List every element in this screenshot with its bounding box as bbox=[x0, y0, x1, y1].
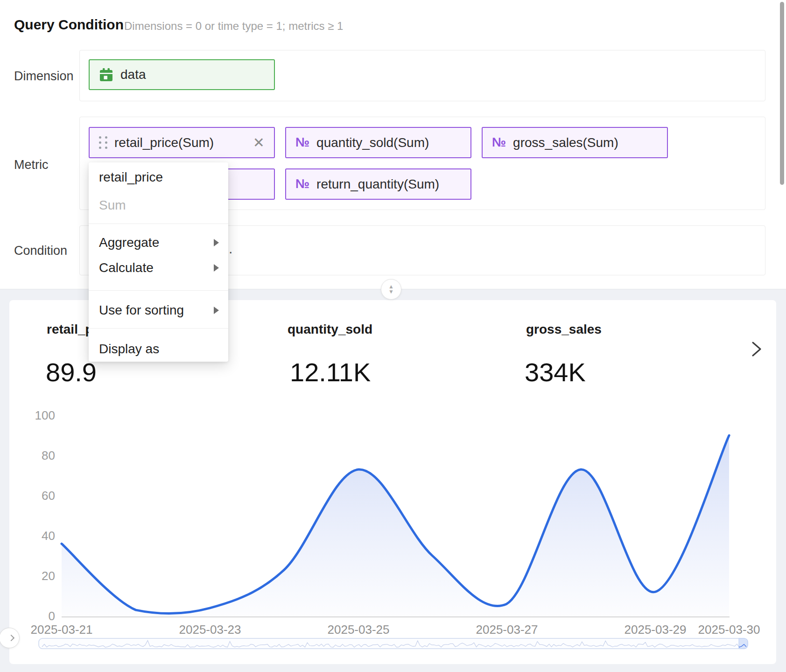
collapse-panel-handle[interactable] bbox=[0, 628, 20, 648]
y-axis-tick: 80 bbox=[17, 448, 55, 463]
metric-chip-label: retail_price(Sum) bbox=[114, 135, 214, 150]
dimension-chip-label: data bbox=[120, 67, 146, 82]
x-axis-tick: 2025-03-23 bbox=[179, 623, 241, 637]
panel-resize-handle[interactable]: ▲ ▼ bbox=[381, 279, 401, 300]
submenu-arrow-icon bbox=[214, 239, 219, 246]
arrow-down-icon: ▼ bbox=[388, 289, 394, 294]
metric-chip-return-quantity[interactable]: № return_quantity(Sum) bbox=[285, 168, 471, 200]
next-metrics-chevron[interactable] bbox=[749, 340, 765, 358]
metric-chip-gross-sales[interactable]: № gross_sales(Sum) bbox=[482, 127, 668, 158]
condition-row-label: Condition bbox=[14, 244, 67, 258]
drag-handle-icon[interactable] bbox=[99, 136, 107, 149]
number-icon: № bbox=[492, 135, 506, 150]
number-icon: № bbox=[295, 177, 309, 191]
menu-item-use-for-sorting[interactable]: Use for sorting bbox=[89, 300, 228, 321]
query-rule-hint: Dimensions = 0 or time type = 1; metrics… bbox=[124, 20, 343, 33]
metric-card-quantity-sold[interactable]: quantity_sold 12.11K bbox=[288, 322, 372, 337]
metric-chip-label: gross_sales(Sum) bbox=[513, 135, 618, 150]
y-axis-tick: 40 bbox=[17, 529, 55, 543]
number-icon: № bbox=[295, 135, 309, 150]
x-axis-tick: 2025-03-25 bbox=[328, 623, 390, 637]
metric-context-menu: retail_price Sum Aggregate Calculate Use… bbox=[89, 162, 228, 362]
x-axis-tick: 2025-03-29 bbox=[625, 623, 687, 637]
menu-aggregation-value: Sum bbox=[89, 195, 228, 216]
metric-row-label: Metric bbox=[14, 158, 49, 172]
metric-chip-label: return_quantity(Sum) bbox=[316, 177, 439, 192]
menu-item-display-as[interactable]: Display as bbox=[89, 339, 228, 359]
submenu-arrow-icon bbox=[214, 264, 219, 272]
condition-placeholder-fragment: . bbox=[229, 241, 232, 257]
submenu-arrow-icon bbox=[214, 307, 219, 314]
metric-card-gross-sales[interactable]: gross_sales 334K bbox=[526, 322, 602, 337]
dimension-chip-data[interactable]: data bbox=[89, 59, 275, 90]
y-axis-tick: 20 bbox=[17, 569, 55, 583]
metric-chip-quantity-sold[interactable]: № quantity_sold(Sum) bbox=[285, 127, 471, 158]
metric-card-title: gross_sales bbox=[526, 322, 602, 337]
metric-card-value: 334K bbox=[525, 357, 586, 387]
x-axis-tick: 2025-03-30 bbox=[698, 623, 760, 637]
dimension-dropzone[interactable]: data bbox=[79, 50, 765, 101]
chevron-right-icon bbox=[8, 635, 14, 641]
y-axis-tick: 0 bbox=[17, 609, 55, 623]
metric-chip-retail-price[interactable]: retail_price(Sum) ✕ bbox=[89, 127, 275, 158]
metric-card-value: 12.11K bbox=[290, 357, 371, 387]
page-title: Query Condition bbox=[14, 17, 124, 33]
dimension-row-label: Dimension bbox=[14, 69, 74, 84]
calendar-icon bbox=[99, 68, 113, 82]
page-scrollbar-thumb[interactable] bbox=[780, 2, 784, 185]
y-axis-tick: 60 bbox=[17, 489, 55, 503]
metric-card-value: 89.9 bbox=[46, 357, 97, 387]
close-icon[interactable]: ✕ bbox=[253, 136, 265, 150]
menu-item-aggregate[interactable]: Aggregate bbox=[89, 232, 228, 253]
x-axis-tick: 2025-03-27 bbox=[476, 623, 538, 637]
x-axis-tick: 2025-03-21 bbox=[31, 623, 93, 637]
y-axis-tick: 100 bbox=[17, 408, 55, 423]
menu-field-name: retail_price bbox=[89, 167, 228, 188]
menu-item-calculate[interactable]: Calculate bbox=[89, 258, 228, 278]
metric-card-title: quantity_sold bbox=[288, 322, 372, 337]
metric-chip-label: quantity_sold(Sum) bbox=[316, 135, 429, 150]
